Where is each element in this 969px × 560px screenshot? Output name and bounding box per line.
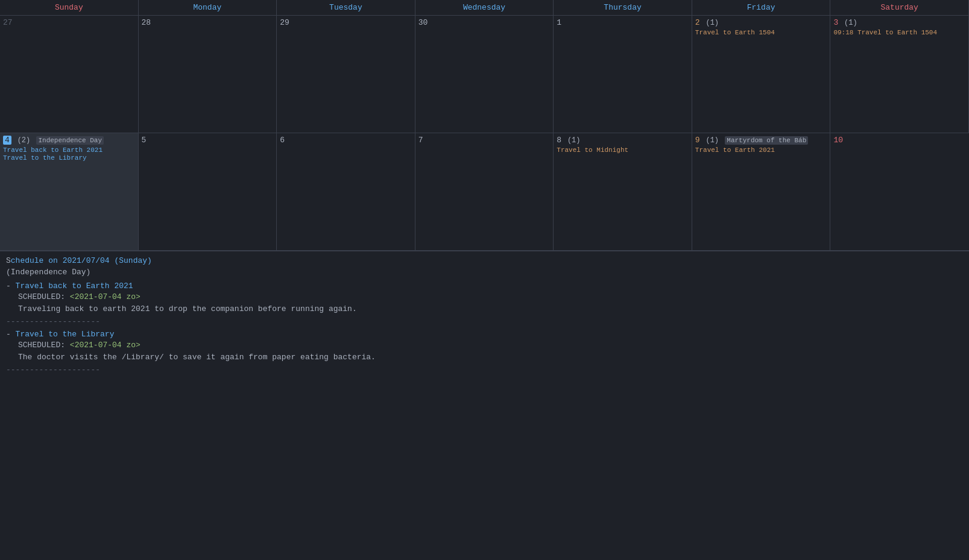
day-9[interactable]: 9 (1) Martyrdom of the Báb Travel to Ear… [692, 133, 831, 251]
event-travel-earth-1504-sat[interactable]: 09:18 Travel to Earth 1504 [833, 29, 965, 36]
event-count: (1) [844, 19, 857, 27]
day-6[interactable]: 6 [277, 133, 415, 251]
header-monday: Monday [139, 0, 277, 16]
day-number: 7 [418, 136, 423, 145]
entry-1-description: Traveling back to earth 2021 to drop the… [18, 304, 963, 313]
holiday-label: Independence Day [36, 136, 104, 145]
day-number: 1 [557, 18, 561, 27]
header-thursday: Thursday [554, 0, 692, 16]
day-number: 10 [833, 136, 843, 145]
schedule-entry-1: - Travel back to Earth 2021 SCHEDULED: <… [6, 282, 963, 313]
schedule-entry-2: - Travel to the Library SCHEDULED: <2021… [6, 330, 963, 362]
schedule-date: chedule on 2021/07/04 [11, 256, 110, 265]
day-27[interactable]: 27 [0, 16, 139, 133]
day-number: 28 [142, 18, 151, 27]
schedule-section: Schedule on 2021/07/04 (Sunday) (Indepen… [0, 251, 969, 383]
entry-1-title-line: - Travel back to Earth 2021 [6, 282, 963, 291]
header-wednesday: Wednesday [415, 0, 554, 16]
day-number: 2 [695, 18, 700, 27]
scheduled-value-2: <2021-07-04 zo> [70, 341, 140, 350]
event-count: (1) [705, 19, 719, 27]
scheduled-label-2: SCHEDULED: [18, 341, 70, 350]
event-count: (1) [567, 136, 581, 145]
entry-2-scheduled: SCHEDULED: <2021-07-04 zo> [18, 341, 963, 350]
schedule-day: (Sunday) [114, 256, 151, 265]
event-travel-back-earth[interactable]: Travel back to Earth 2021 [3, 146, 135, 154]
day-29[interactable]: 29 [277, 16, 415, 133]
day-1[interactable]: 1 [554, 16, 692, 133]
day-30[interactable]: 30 [415, 16, 554, 133]
entry-2-title: Travel to the Library [16, 330, 115, 339]
day-3[interactable]: 3 (1) 09:18 Travel to Earth 1504 [830, 16, 969, 133]
day-number: 30 [418, 18, 428, 27]
calendar-container: Sunday Monday Tuesday Wednesday Thursday… [0, 0, 969, 251]
entry-2-title-line: - Travel to the Library [6, 330, 963, 339]
day-number: 8 [557, 136, 561, 145]
event-travel-earth-2021-fri[interactable]: Travel to Earth 2021 [695, 146, 827, 154]
header-friday: Friday [692, 0, 831, 16]
header-tuesday: Tuesday [277, 0, 415, 16]
day-number: 5 [142, 136, 147, 145]
entry-1-title: Travel back to Earth 2021 [16, 282, 133, 291]
event-travel-midnight[interactable]: Travel to Midnight [557, 146, 689, 154]
calendar-grid: Sunday Monday Tuesday Wednesday Thursday… [0, 0, 969, 251]
event-travel-earth-1504-fri[interactable]: Travel to Earth 1504 [695, 29, 827, 36]
scheduled-value-1: <2021-07-04 zo> [70, 292, 140, 301]
holiday-martyrdom: Martyrdom of the Báb [725, 136, 808, 145]
separator-2: -------------------- [6, 365, 963, 374]
separator-1: -------------------- [6, 317, 963, 326]
day-4[interactable]: 4 (2) Independence Day Travel back to Ea… [0, 133, 139, 251]
day-7[interactable]: 7 [415, 133, 554, 251]
entry-1-scheduled: SCHEDULED: <2021-07-04 zo> [18, 292, 963, 301]
day-8[interactable]: 8 (1) Travel to Midnight [554, 133, 692, 251]
day-2[interactable]: 2 (1) Travel to Earth 1504 [692, 16, 831, 133]
day-number: 4 [3, 136, 11, 145]
header-sunday: Sunday [0, 0, 139, 16]
event-count: (1) [705, 136, 723, 145]
schedule-header: Schedule on 2021/07/04 (Sunday) [6, 256, 963, 265]
scheduled-label-1: SCHEDULED: [18, 292, 70, 301]
day-5[interactable]: 5 [139, 133, 277, 251]
event-travel-library[interactable]: Travel to the Library [3, 154, 135, 162]
entry-2-description: The doctor visits the /Library/ to save … [18, 353, 963, 362]
day-28[interactable]: 28 [139, 16, 277, 133]
header-saturday: Saturday [830, 0, 969, 16]
event-count: (2) [17, 136, 35, 145]
day-number: 29 [280, 18, 289, 27]
day-10[interactable]: 10 [830, 133, 969, 251]
schedule-header-prefix: S [6, 256, 11, 265]
day-number: 3 [833, 18, 838, 27]
day-number: 27 [3, 18, 13, 27]
day-number: 6 [280, 136, 285, 145]
day-number: 9 [695, 136, 700, 145]
schedule-holiday: (Independence Day) [6, 268, 963, 277]
